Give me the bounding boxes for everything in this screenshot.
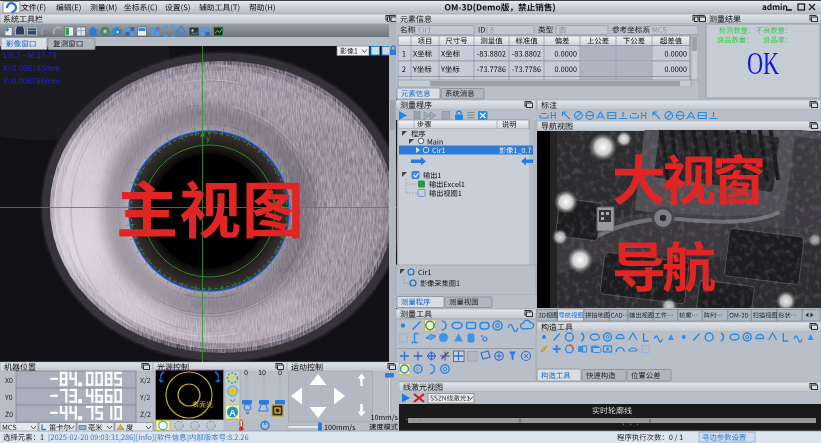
svg-text:A: A [229,408,236,418]
svg-text:OK: OK [747,46,780,80]
